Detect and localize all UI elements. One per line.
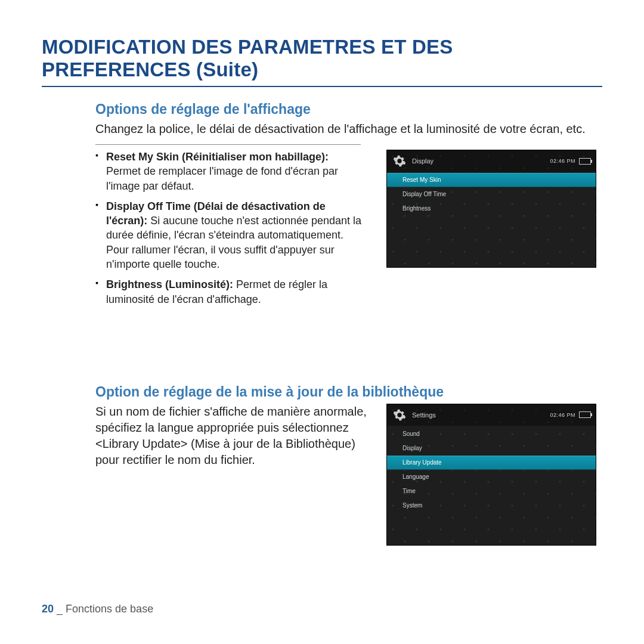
device-menu-item[interactable]: Library Update xyxy=(387,456,596,470)
page-number: 20 xyxy=(42,603,54,615)
list-item: Reset My Skin (Réinitialiser mon habilla… xyxy=(95,150,363,193)
device-menu-list: SoundDisplayLibrary UpdateLanguageTimeSy… xyxy=(387,426,596,514)
list-item: Display Off Time (Délai de désactivation… xyxy=(95,199,363,271)
page-footer: 20 _ Fonctions de base xyxy=(42,603,153,615)
device-screenshot-display: Display 02:46 PM Reset My SkinDisplay Of… xyxy=(386,150,596,268)
device-header: Settings 02:46 PM xyxy=(387,404,596,426)
gear-icon xyxy=(392,407,407,423)
device-status: 02:46 PM xyxy=(550,411,591,418)
device-menu-item[interactable]: Display xyxy=(387,441,596,456)
device-time: 02:46 PM xyxy=(550,158,575,164)
section-heading-display-options: Options de réglage de l'affichage xyxy=(95,101,596,117)
list-item: Brightness (Luminosité): Permet de régle… xyxy=(95,277,376,306)
device-time: 02:46 PM xyxy=(550,412,575,418)
divider xyxy=(95,144,361,145)
device-screenshot-settings: Settings 02:46 PM SoundDisplayLibrary Up… xyxy=(386,404,596,546)
page-title: MODIFICATION DES PARAMETRES ET DES PREFE… xyxy=(42,36,602,87)
device-header: Display 02:46 PM xyxy=(387,150,596,172)
device-menu-list: Reset My SkinDisplay Off TimeBrightness xyxy=(387,172,596,217)
device-status: 02:46 PM xyxy=(550,158,591,165)
battery-icon xyxy=(579,411,591,418)
device-menu-item[interactable]: Language xyxy=(387,470,596,484)
footer-section: Fonctions de base xyxy=(66,603,153,615)
bullet-text: Permet de remplacer l'image de fond d'éc… xyxy=(106,165,338,191)
bullet-list-display-options: Reset My Skin (Réinitialiser mon habilla… xyxy=(95,150,376,306)
section-heading-library-update: Option de réglage de la mise à jour de l… xyxy=(95,384,596,400)
device-title: Settings xyxy=(412,411,436,419)
device-menu-item[interactable]: Time xyxy=(387,484,596,499)
device-menu-item[interactable]: Display Off Time xyxy=(387,187,596,202)
device-title: Display xyxy=(412,157,434,165)
gear-icon xyxy=(392,153,407,169)
section-intro-library-update: Si un nom de fichier s'affiche de manièr… xyxy=(95,404,370,468)
device-menu-item[interactable]: System xyxy=(387,499,596,513)
device-menu-item[interactable]: Brightness xyxy=(387,202,596,216)
device-menu-item[interactable]: Sound xyxy=(387,427,596,441)
bullet-bold: Reset My Skin (Réinitialiser mon habilla… xyxy=(106,151,329,163)
section-intro-display-options: Changez la police, le délai de désactiva… xyxy=(95,121,596,137)
device-menu-item[interactable]: Reset My Skin xyxy=(387,173,596,187)
battery-icon xyxy=(579,158,591,165)
footer-separator: _ xyxy=(54,603,66,615)
bullet-bold: Brightness (Luminosité): xyxy=(106,278,233,290)
